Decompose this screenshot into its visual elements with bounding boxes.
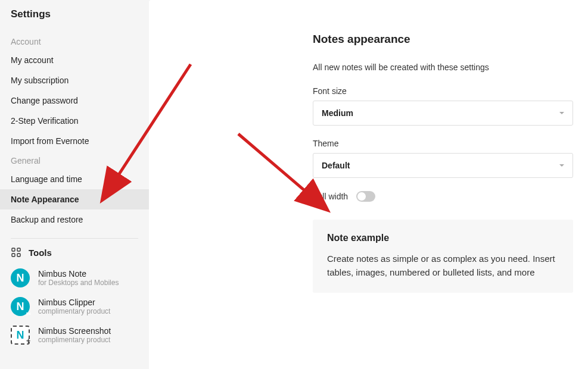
nimbus-screenshot-icon: N+ — [11, 326, 30, 345]
font-size-label: Font size — [313, 86, 576, 96]
section-header-general: General — [0, 151, 149, 169]
tool-sub: complimentary product — [38, 336, 111, 344]
svg-rect-2 — [12, 254, 15, 257]
theme-label: Theme — [313, 139, 576, 148]
tool-nimbus-clipper[interactable]: N✂ Nimbus Clipper complimentary product — [0, 292, 149, 321]
svg-rect-0 — [12, 248, 15, 251]
grid-icon — [11, 247, 21, 258]
sidebar-item-my-subscription[interactable]: My subscription — [0, 70, 149, 90]
tool-sub: for Desktops and Mobiles — [38, 279, 119, 287]
sidebar-item-language-and-time[interactable]: Language and time — [0, 169, 149, 189]
sidebar-item-my-account[interactable]: My account — [0, 50, 149, 70]
svg-rect-3 — [17, 254, 20, 257]
tools-header: Tools — [0, 247, 149, 264]
sidebar-item-change-password[interactable]: Change password — [0, 90, 149, 111]
example-title: Note example — [327, 233, 559, 243]
sidebar-item-2-step-verification[interactable]: 2-Step Verification — [0, 111, 149, 131]
note-example-box: Note example Create notes as simple or a… — [313, 220, 573, 293]
section-header-account: Account — [0, 32, 149, 50]
font-size-select[interactable]: Medium — [313, 101, 573, 126]
font-size-value: Medium — [322, 108, 353, 118]
tool-name: Nimbus Note — [38, 269, 119, 279]
settings-sidebar: Settings Account My account My subscript… — [0, 0, 149, 369]
chevron-down-icon — [559, 164, 564, 167]
tool-name: Nimbus Clipper — [38, 298, 110, 307]
theme-select[interactable]: Default — [313, 153, 573, 178]
main-title: Notes appearance — [313, 33, 576, 46]
nimbus-clipper-icon: N✂ — [11, 297, 30, 316]
page-title: Settings — [0, 8, 149, 32]
main-subtitle: All new notes will be created with these… — [313, 62, 576, 72]
example-text: Create notes as simple or as complex as … — [327, 252, 559, 280]
tool-name: Nimbus Screenshot — [38, 326, 111, 336]
tool-nimbus-note[interactable]: N Nimbus Note for Desktops and Mobiles — [0, 264, 149, 292]
sidebar-item-backup-and-restore[interactable]: Backup and restore — [0, 209, 149, 230]
full-width-row: Full width — [313, 191, 576, 202]
sidebar-item-note-appearance[interactable]: Note Appearance — [0, 189, 149, 209]
full-width-toggle[interactable] — [356, 191, 375, 202]
nimbus-note-icon: N — [11, 268, 30, 287]
sidebar-item-import-from-evernote[interactable]: Import from Evernote — [0, 131, 149, 151]
svg-rect-1 — [17, 248, 20, 251]
full-width-label: Full width — [313, 192, 348, 201]
tool-nimbus-screenshot[interactable]: N+ Nimbus Screenshot complimentary produ… — [0, 321, 149, 349]
chevron-down-icon — [559, 112, 564, 114]
theme-value: Default — [322, 161, 350, 170]
main-content: Notes appearance All new notes will be c… — [149, 0, 588, 369]
tool-sub: complimentary product — [38, 307, 110, 315]
tools-title: Tools — [29, 248, 52, 258]
sidebar-divider — [11, 238, 138, 239]
